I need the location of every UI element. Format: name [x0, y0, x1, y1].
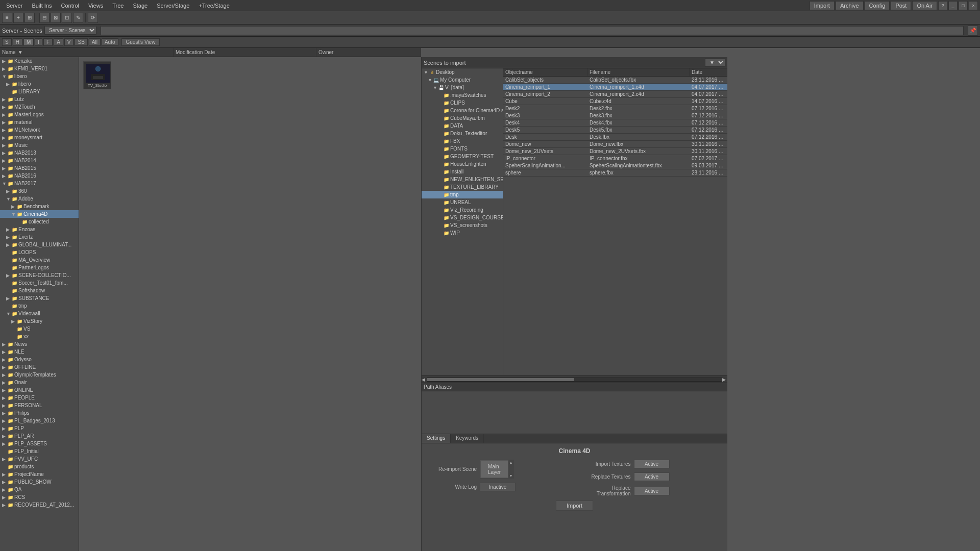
tree-item-projectname[interactable]: ▶ 📁 ProjectName — [0, 470, 79, 478]
tree-item-collected[interactable]: 📁 collected — [0, 218, 79, 226]
menu-views[interactable]: Views — [84, 2, 107, 10]
tree-item-cinema4d[interactable]: ▼ 📁 Cinema4D — [0, 210, 79, 218]
tree-item-offline[interactable]: ▶ 📁 OFFLINE — [0, 363, 79, 371]
tree-item-nle[interactable]: ▶ 📁 NLE — [0, 348, 79, 356]
tree-item-plp[interactable]: ▶ 📁 PLP — [0, 424, 79, 432]
toolbar-btn-8[interactable]: ⟳ — [88, 13, 98, 23]
file-browser-scrollbar[interactable]: ◀ ▶ — [422, 375, 727, 383]
right-tree-desktop[interactable]: ▼ 🖥 Desktop — [422, 68, 503, 76]
file-row-cube[interactable]: Cube Cube.c4d 14.07.2016 14:30 — [503, 98, 727, 105]
file-header-filename[interactable]: Filename — [587, 68, 690, 76]
tree-item-enzoas[interactable]: ▶ 📁 Enzoas — [0, 226, 79, 233]
col-owner[interactable]: Owner — [316, 48, 421, 57]
toolbar-btn-2[interactable]: + — [13, 13, 23, 23]
import-button[interactable]: Import — [556, 500, 593, 511]
maximize-button[interactable]: □ — [959, 1, 968, 10]
right-tree-wip[interactable]: 📁 WIP — [422, 229, 503, 237]
menu-builtins[interactable]: Built Ins — [28, 2, 56, 10]
toggle-a[interactable]: A — [54, 38, 63, 46]
tree-item-moneysmart[interactable]: ▶ 📁 moneysmart — [0, 134, 79, 141]
layer-arrow-down[interactable]: ▼ — [509, 474, 513, 478]
tree-item-onair[interactable]: ▶ 📁 Onair — [0, 379, 79, 386]
toggle-h[interactable]: H — [13, 38, 22, 46]
tree-item-online[interactable]: ▶ 📁 ONLINE — [0, 386, 79, 394]
right-tree-my-computer[interactable]: ▼ 💻 My Computer — [422, 76, 503, 84]
tree-item-scene-collection[interactable]: ▶ 📁 SCENE-COLLECTIO... — [0, 271, 79, 279]
right-tree-data[interactable]: 📁 DATA — [422, 122, 503, 130]
menu-tree[interactable]: Tree — [108, 2, 128, 10]
tree-item-rcs[interactable]: ▶ 📁 RCS — [0, 493, 79, 501]
tree-item-benchmark[interactable]: ▶ 📁 Benchmark — [0, 203, 79, 210]
tree-item-tmp-nab[interactable]: 📁 tmp — [0, 302, 79, 310]
layer-scroll[interactable]: ▲ ▼ — [508, 460, 513, 478]
scrollbar-track[interactable] — [427, 378, 723, 382]
scene-thumbnail-tv-studio[interactable]: TV_Studio — [83, 61, 111, 89]
help-button[interactable]: ? — [938, 1, 947, 10]
close-button[interactable]: × — [969, 1, 978, 10]
file-header-objectname[interactable]: Objectname — [503, 68, 587, 76]
right-tree-fbx[interactable]: 📁 FBX — [422, 137, 503, 145]
tree-item-adobe[interactable]: ▼ 📁 Adobe — [0, 195, 79, 203]
right-tree-vs-design[interactable]: 📁 VS_DESIGN_COURSE — [422, 214, 503, 221]
tree-item-recovered[interactable]: ▶ 📁 RECOVERED_AT_2012... — [0, 501, 79, 509]
scroll-right-btn[interactable]: ▶ — [722, 377, 727, 382]
tree-item-philips[interactable]: ▶ 📁 Philips — [0, 409, 79, 417]
col-name[interactable]: Name ▼ — [0, 48, 174, 57]
right-tree-unreal[interactable]: 📁 UNREAL — [422, 198, 503, 206]
file-row-desk4[interactable]: Desk4 Desk4.fbx 07.12.2016 12:52 — [503, 119, 727, 127]
tree-item-xx[interactable]: 📁 xx — [0, 333, 79, 340]
tree-item-library[interactable]: 📁 LIBRARY — [0, 88, 79, 95]
tree-item-news[interactable]: ▶ 📁 News — [0, 340, 79, 348]
pin-button[interactable]: 📌 — [968, 26, 978, 36]
write-log-toggle[interactable]: Inactive — [480, 483, 516, 491]
file-row-desk3[interactable]: Desk3 Desk3.fbx 07.12.2016 12:45 — [503, 112, 727, 119]
import-button[interactable]: Import — [810, 1, 835, 10]
replace-transformation-toggle[interactable]: Active — [634, 487, 670, 495]
file-row-sphere[interactable]: sphere sphere.fbx 28.11.2016 14:28 — [503, 169, 727, 177]
layer-control[interactable]: MainLayer ▲ ▼ — [480, 460, 514, 479]
menu-tree-stage[interactable]: +Tree/Stage — [194, 2, 233, 10]
minimize-button[interactable]: _ — [948, 1, 958, 10]
right-tree-corona[interactable]: 📁 Corona for Cinema4D s — [422, 107, 503, 114]
tab-keywords[interactable]: Keywords — [451, 434, 484, 443]
tree-item-soccer-test[interactable]: 📁 Soccer_Test01_fbm... — [0, 279, 79, 287]
menu-server[interactable]: Server — [2, 2, 27, 10]
tree-item-loops[interactable]: 📁 LOOPS — [0, 248, 79, 256]
tree-item-vs[interactable]: 📁 VS — [0, 325, 79, 333]
tree-item-pvv-ufc[interactable]: ▶ 📁 PVV_UFC — [0, 455, 79, 463]
archive-button[interactable]: Archive — [836, 1, 864, 10]
tree-item-nab2016[interactable]: ▶ 📁 NAB2016 — [0, 172, 79, 180]
replace-textures-toggle[interactable]: Active — [634, 472, 670, 481]
right-tree-fonts[interactable]: 📁 FONTS — [422, 145, 503, 153]
tree-item-ma-overview[interactable]: 📁 MA_Overview — [0, 256, 79, 264]
file-row-cinema-reimport-1[interactable]: Cinema_reimport_1 Cinema_reimport_1.c4d … — [503, 84, 727, 91]
right-tree-tmp[interactable]: 📁 tmp — [422, 191, 503, 198]
right-tree-houseenlighten[interactable]: 📁 HouseEnlighten — [422, 160, 503, 168]
tree-item-odysso[interactable]: ▶ 📁 Odysso — [0, 356, 79, 363]
scenes-import-dropdown[interactable]: ▼ — [705, 58, 725, 67]
tree-item-plp-assets[interactable]: ▶ 📁 PLP_ASSETS — [0, 440, 79, 447]
tree-item-pl-badges[interactable]: ▶ 📁 PL_Badges_2013 — [0, 417, 79, 424]
toggle-i[interactable]: I — [35, 38, 42, 46]
toolbar-btn-5[interactable]: ⊠ — [51, 13, 61, 23]
tree-item-360[interactable]: ▶ 📁 360 — [0, 187, 79, 195]
col-mod-date[interactable]: Modification Date — [174, 48, 316, 57]
tree-item-m2touch[interactable]: ▶ 📁 M2Touch — [0, 103, 79, 111]
file-row-cinema-reimport-2[interactable]: Cinema_reimport_2 Cinema_reimport_2.c4d … — [503, 91, 727, 98]
right-tree-texture-library[interactable]: 📁 TEXTURE_LIBRARY — [422, 183, 503, 191]
tree-item-plp-ar[interactable]: ▶ 📁 PLP_AR — [0, 432, 79, 440]
toggle-sb[interactable]: SB — [75, 38, 87, 46]
tree-item-nab2017[interactable]: ▼ 📁 NAB2017 — [0, 180, 79, 187]
file-row-desk5[interactable]: Desk5 Desk5.fbx 07.12.2016 13:01 — [503, 127, 727, 134]
scroll-left-btn[interactable]: ◀ — [422, 377, 427, 382]
tree-item-global-illuminat[interactable]: ▶ 📁 GLOBAL_ILLUMINAT... — [0, 241, 79, 248]
tree-item-public-show[interactable]: ▶ 📁 PUBLIC_SHOW — [0, 478, 79, 486]
right-tree-new-enlighten[interactable]: 📁 NEW_ENLIGHTEN_SETS — [422, 176, 503, 183]
tree-item-personal[interactable]: ▶ 📁 PERSONAL — [0, 402, 79, 409]
tree-item-masterlogos[interactable]: ▶ 📁 MasterLogos — [0, 111, 79, 118]
toggle-auto[interactable]: Auto — [102, 38, 118, 46]
right-tree-install[interactable]: 📁 Install — [422, 168, 503, 176]
tree-item-plp-initial[interactable]: 📁 PLP_Initial — [0, 447, 79, 455]
right-tree-cubemaya[interactable]: 📁 CubeMaya.fbm — [422, 114, 503, 122]
layer-arrow-up[interactable]: ▲ — [509, 461, 513, 464]
